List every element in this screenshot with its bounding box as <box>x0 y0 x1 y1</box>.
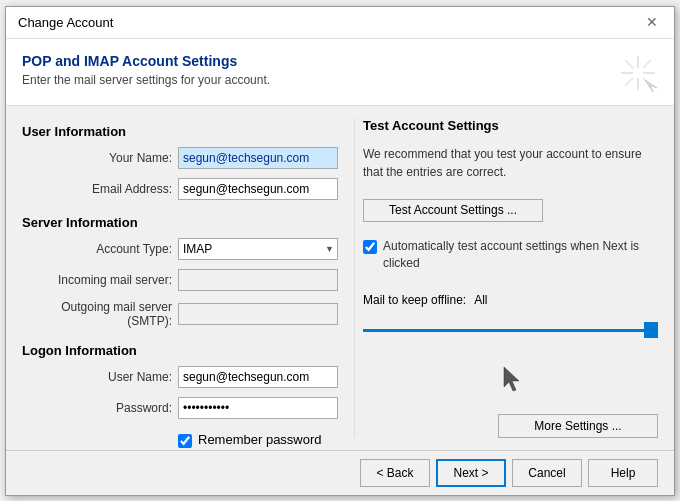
slider-fill <box>363 329 658 332</box>
email-input[interactable] <box>178 178 338 200</box>
remember-password-checkbox[interactable] <box>178 434 192 448</box>
incoming-row: Incoming mail server: <box>22 269 338 291</box>
mail-offline-row: Mail to keep offline: All <box>363 293 658 307</box>
mail-offline-slider-container <box>363 321 658 337</box>
incoming-input[interactable] <box>178 269 338 291</box>
title-bar: Change Account ✕ <box>6 7 674 39</box>
left-panel: User Information Your Name: Email Addres… <box>22 118 338 438</box>
auto-test-label: Automatically test account settings when… <box>383 238 658 272</box>
your-name-label: Your Name: <box>22 151 172 165</box>
account-type-select[interactable]: IMAP POP3 <box>178 238 338 260</box>
header-section: POP and IMAP Account Settings Enter the … <box>6 39 674 106</box>
next-button[interactable]: Next > <box>436 459 506 487</box>
username-row: User Name: <box>22 366 338 388</box>
your-name-input[interactable] <box>178 147 338 169</box>
outgoing-label: Outgoing mail server (SMTP): <box>22 300 172 328</box>
content-area: User Information Your Name: Email Addres… <box>6 106 674 450</box>
test-settings-desc: We recommend that you test your account … <box>363 145 658 181</box>
your-name-row: Your Name: <box>22 147 338 169</box>
dialog-title: Change Account <box>18 15 113 30</box>
outgoing-row: Outgoing mail server (SMTP): <box>22 300 338 328</box>
slider-thumb[interactable] <box>644 322 658 338</box>
mail-offline-label: Mail to keep offline: <box>363 293 466 307</box>
password-input[interactable] <box>178 397 338 419</box>
test-account-settings-button[interactable]: Test Account Settings ... <box>363 199 543 222</box>
back-button[interactable]: < Back <box>360 459 430 487</box>
user-info-title: User Information <box>22 124 338 139</box>
mail-offline-value: All <box>474 293 487 307</box>
username-label: User Name: <box>22 370 172 384</box>
cursor-area <box>363 355 658 406</box>
auto-test-checkbox[interactable] <box>363 240 377 254</box>
email-row: Email Address: <box>22 178 338 200</box>
change-account-dialog: Change Account ✕ POP and IMAP Account Se… <box>5 6 675 496</box>
svg-line-7 <box>625 78 633 86</box>
outgoing-input[interactable] <box>178 303 338 325</box>
settings-icon <box>618 53 658 93</box>
test-settings-title: Test Account Settings <box>363 118 658 133</box>
svg-line-4 <box>625 60 633 68</box>
password-label: Password: <box>22 401 172 415</box>
email-label: Email Address: <box>22 182 172 196</box>
remember-password-label: Remember password <box>198 432 322 447</box>
right-panel: Test Account Settings We recommend that … <box>354 118 658 438</box>
username-input[interactable] <box>178 366 338 388</box>
close-button[interactable]: ✕ <box>642 12 662 32</box>
password-row: Password: <box>22 397 338 419</box>
account-type-label: Account Type: <box>22 242 172 256</box>
account-type-row: Account Type: IMAP POP3 <box>22 238 338 260</box>
more-settings-button[interactable]: More Settings ... <box>498 414 658 437</box>
auto-test-row: Automatically test account settings when… <box>363 238 658 272</box>
footer: < Back Next > Cancel Help <box>6 450 674 495</box>
incoming-label: Incoming mail server: <box>22 273 172 287</box>
server-info-title: Server Information <box>22 215 338 230</box>
account-type-wrapper: IMAP POP3 <box>178 238 338 260</box>
header-title: POP and IMAP Account Settings <box>22 53 270 69</box>
logon-info-title: Logon Information <box>22 343 338 358</box>
help-button[interactable]: Help <box>588 459 658 487</box>
header-subtitle: Enter the mail server settings for your … <box>22 73 270 87</box>
cancel-button[interactable]: Cancel <box>512 459 582 487</box>
remember-password-row: Remember password <box>178 432 338 448</box>
svg-line-6 <box>643 60 651 68</box>
header-text: POP and IMAP Account Settings Enter the … <box>22 53 270 87</box>
